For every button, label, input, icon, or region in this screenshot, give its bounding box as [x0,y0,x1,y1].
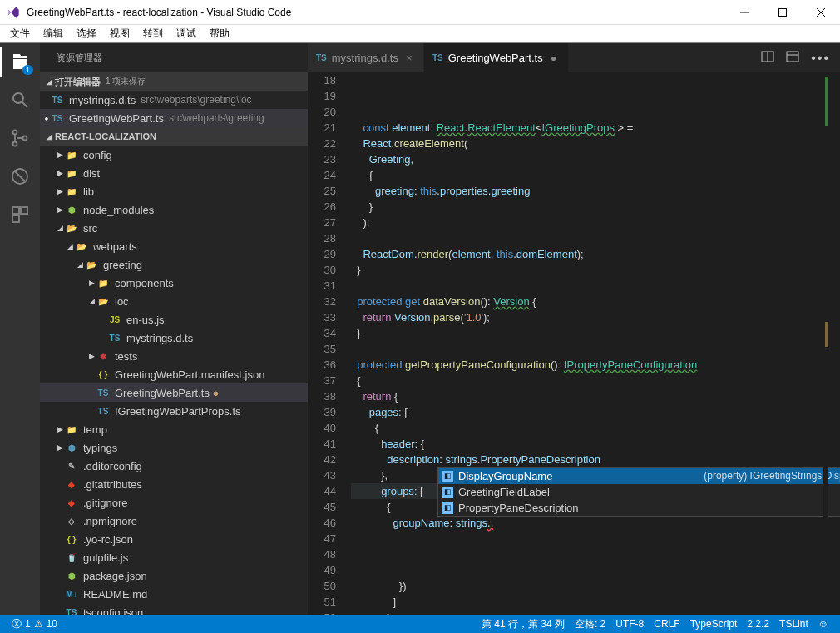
svg-point-7 [13,142,17,146]
status-tslint[interactable]: TSLint [774,617,813,631]
file-icon: TS [65,606,78,615]
menu-item[interactable]: 调试 [170,25,203,42]
svg-point-8 [23,136,27,141]
feedback-icon[interactable]: ☺ [813,617,833,631]
more-icon[interactable]: ••• [811,51,830,66]
suggest-item[interactable]: ◧GreetingFieldLabel [438,484,840,500]
activity-bar: 1 [0,43,40,615]
property-icon: ◧ [442,471,453,482]
minimap[interactable] [823,72,828,615]
file-tree-item[interactable]: TSIGreetingWebPartProps.ts [40,402,308,420]
open-editor-item[interactable]: TSmystrings.d.tssrc\webparts\greeting\lo… [40,91,308,109]
file-tree-item[interactable]: ◢📂loc [40,292,308,310]
layout-icon[interactable] [786,50,799,67]
dirty-icon[interactable]: ● [548,52,560,64]
sidebar-title: 资源管理器 [40,43,308,72]
tab-bar: TSmystrings.d.ts×TSGreetingWebPart.ts● •… [308,43,840,72]
explorer-icon[interactable]: 1 [8,50,32,73]
file-tree-item[interactable]: ◢📂greeting [40,255,308,274]
file-tree-item[interactable]: ▶⬢node_modules [40,200,308,219]
ts-icon: TS [51,111,64,125]
status-spaces[interactable]: 空格: 2 [570,617,610,631]
status-ts-version[interactable]: 2.2.2 [742,617,774,631]
project-header[interactable]: ◢ REACT-LOCALIZATION [40,127,308,146]
explorer-badge: 1 [22,65,33,75]
file-tree-item[interactable]: 🥤gulpfile.js [40,548,308,566]
file-tree-item[interactable]: ◆.gitignore [40,493,308,512]
intellisense-popup[interactable]: ◧DisplayGroupName(property) IGreetingStr… [437,467,840,517]
file-icon: 📂 [65,221,78,235]
open-editor-item[interactable]: TSGreetingWebPart.tssrc\webparts\greetin… [40,109,308,127]
code-area[interactable]: 1819202122232425262728293031323334353637… [308,72,840,615]
minimize-button[interactable] [725,0,763,25]
close-icon[interactable]: × [403,52,415,64]
file-tree-item[interactable]: M↓README.md [40,585,308,603]
file-tree-item[interactable]: ▶⬢typings [40,438,308,457]
menu-item[interactable]: 视图 [103,25,136,42]
menu-item[interactable]: 编辑 [37,25,70,42]
file-tree-item[interactable]: ▶📁dist [40,164,308,182]
status-language[interactable]: TypeScript [685,617,743,631]
close-button[interactable] [802,0,840,25]
project-name: REACT-LOCALIZATION [55,131,156,141]
source-control-icon[interactable] [8,126,32,150]
file-icon: TS [108,331,121,344]
open-editors-header[interactable]: ◢ 打开编辑器 1 项未保存 [40,72,308,91]
maximize-button[interactable] [763,0,802,25]
property-icon: ◧ [442,487,453,498]
chevron-down-icon: ◢ [43,77,55,86]
file-tree-item[interactable]: ⬢package.json [40,566,308,585]
menu-item[interactable]: 转到 [136,25,170,42]
svg-line-10 [14,171,26,182]
file-tree-item[interactable]: ▶📁temp [40,420,308,438]
file-tree-item[interactable]: JSen-us.js [40,310,308,329]
property-icon: ◧ [442,502,453,514]
file-tree-item[interactable]: ▶📁lib [40,182,308,200]
debug-icon[interactable] [8,165,32,188]
split-editor-icon[interactable] [761,50,774,67]
status-encoding[interactable]: UTF-8 [610,617,649,631]
svg-rect-11 [12,207,19,214]
file-icon: 📁 [65,185,78,198]
file-tree-item[interactable]: ◇.npmignore [40,512,308,530]
file-icon: ⬢ [65,203,78,216]
file-icon: 📂 [85,258,98,271]
editor-tab[interactable]: TSGreetingWebPart.ts● [424,43,569,72]
file-tree-item[interactable]: ◆.gitattributes [40,475,308,493]
window-titlebar: GreetingWebPart.ts - react-localization … [0,0,840,25]
file-icon: 📁 [65,148,78,161]
menu-item[interactable]: 帮助 [203,25,236,42]
ts-icon: TS [432,53,443,62]
file-icon: 📁 [65,166,78,180]
status-cursor[interactable]: 第 41 行，第 34 列 [477,617,570,631]
file-icon: 🥤 [65,551,78,564]
window-title: GreetingWebPart.ts - react-localization … [27,7,725,18]
suggest-item[interactable]: ◧PropertyPaneDescription [438,500,840,516]
code-content[interactable]: const element: React.ReactElement<IGreet… [351,72,823,615]
file-icon: TS [96,404,110,418]
editor-tab[interactable]: TSmystrings.d.ts× [308,43,424,72]
file-tree-item[interactable]: ◢📂src [40,219,308,237]
extensions-icon[interactable] [8,203,32,226]
menu-item[interactable]: 文件 [3,25,37,42]
suggest-item[interactable]: ◧DisplayGroupName(property) IGreetingStr… [438,468,840,484]
status-problems[interactable]: ⓧ1 ⚠10 [7,617,62,631]
file-tree-item[interactable]: ▶📁components [40,274,308,292]
file-tree-item[interactable]: TStsconfig.json [40,603,308,615]
file-tree-item[interactable]: ▶✱tests [40,347,308,365]
file-tree-item[interactable]: { }GreetingWebPart.manifest.json [40,365,308,383]
file-tree-item[interactable]: ◢📂webparts [40,237,308,255]
file-tree-item[interactable]: TSmystrings.d.ts [40,329,308,347]
file-tree-item[interactable]: { }.yo-rc.json [40,530,308,548]
status-eol[interactable]: CRLF [649,617,684,631]
search-icon[interactable] [8,88,32,111]
svg-rect-1 [779,8,787,16]
file-tree-item[interactable]: TSGreetingWebPart.ts ● [40,383,308,402]
file-tree-item[interactable]: ▶📁config [40,146,308,164]
menu-item[interactable]: 选择 [70,25,103,42]
vertical-scrollbar[interactable] [828,72,840,615]
ts-icon: TS [316,53,327,62]
file-icon: M↓ [65,587,78,601]
file-tree-item[interactable]: ✎.editorconfig [40,457,308,475]
svg-rect-13 [12,215,19,222]
